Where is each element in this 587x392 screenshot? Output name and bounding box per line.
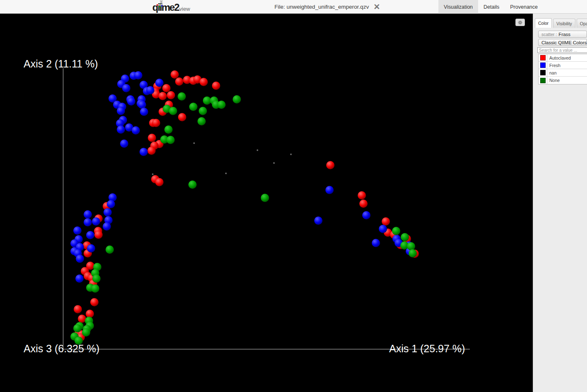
scatter-point-autoclaved[interactable] (359, 200, 368, 208)
scatter-point-none[interactable] (82, 328, 90, 337)
scatter-point-fresh[interactable] (103, 222, 111, 231)
scatter-point-autoclaved[interactable] (178, 113, 186, 121)
color-swatch[interactable] (540, 63, 546, 68)
scatter-point-autoclaved[interactable] (152, 119, 160, 127)
scatter-point-none[interactable] (233, 95, 241, 103)
scatter-point-nan[interactable] (225, 173, 227, 174)
scatter-point-none[interactable] (189, 103, 197, 111)
header-tab-provenance[interactable]: Provenance (505, 0, 543, 14)
scatter-point-fresh[interactable] (103, 208, 112, 216)
swatch-cell (539, 69, 547, 77)
scatter-point-nan[interactable] (152, 173, 154, 175)
palette-select[interactable]: Classic QIIME Colors (538, 39, 587, 46)
scatter-point-none[interactable] (91, 284, 99, 293)
scatter-point-autoclaved[interactable] (155, 178, 164, 186)
legend-row[interactable]: None (539, 77, 587, 84)
scatter-point-none[interactable] (197, 117, 206, 125)
scatter-point-fresh[interactable] (86, 231, 94, 239)
scatter-point-none[interactable] (401, 233, 409, 241)
color-swatch[interactable] (540, 78, 546, 83)
scatter-point-none[interactable] (392, 227, 400, 235)
scatter-point-fresh[interactable] (107, 200, 115, 208)
scatter-point-none[interactable] (92, 274, 101, 283)
scatter-point-nan[interactable] (273, 162, 275, 164)
scatter-point-fresh[interactable] (127, 97, 135, 106)
legend-label: nan (547, 70, 557, 75)
scatter-point-autoclaved[interactable] (148, 134, 156, 142)
scatter-point-none[interactable] (164, 125, 173, 134)
scatter-point-fresh[interactable] (87, 244, 95, 253)
scatter-point-fresh[interactable] (76, 255, 84, 263)
scatter-point-none[interactable] (73, 324, 82, 332)
scatter-point-fresh[interactable] (92, 217, 100, 226)
file-tab: File: unweighted_unifrac_emperor.qzv ✕ (274, 0, 380, 14)
scatter-point-autoclaved[interactable] (159, 92, 167, 100)
legend-label: Autoclaved (547, 55, 571, 60)
scatter-point-fresh[interactable] (132, 126, 140, 135)
scatter-point-autoclaved[interactable] (94, 231, 103, 239)
scatter-point-autoclaved[interactable] (147, 147, 156, 155)
settings-tabs: ColorVisibilityOpacityScale (535, 18, 587, 28)
scatter-point-fresh[interactable] (73, 226, 82, 235)
header-tab-details[interactable]: Details (478, 0, 505, 14)
legend-row[interactable]: Fresh (539, 62, 587, 69)
scatter-point-fresh[interactable] (84, 210, 92, 219)
settings-tab-color[interactable]: Color (535, 18, 552, 28)
scatter-point-none[interactable] (199, 107, 207, 115)
scatter-point-fresh[interactable] (325, 186, 334, 194)
scatter-point-autoclaved[interactable] (74, 305, 82, 313)
color-swatch[interactable] (540, 55, 546, 60)
scatter-point-none[interactable] (409, 249, 417, 257)
scatter-point-nan[interactable] (193, 142, 195, 144)
scatter-point-none[interactable] (217, 101, 226, 109)
scatter-point-fresh[interactable] (372, 239, 380, 247)
axis-2-line (63, 68, 63, 349)
scatter-point-fresh[interactable] (362, 211, 370, 219)
search-input[interactable] (537, 47, 587, 53)
close-file-icon[interactable]: ✕ (373, 3, 380, 11)
scatter-point-fresh[interactable] (75, 274, 84, 283)
legend-row[interactable]: Autoclaved (539, 54, 587, 62)
logo-green-dot-icon (159, 6, 161, 7)
scatter-point-autoclaved[interactable] (382, 217, 390, 226)
scatter-point-fresh[interactable] (155, 79, 164, 87)
header-tab-visualization[interactable]: Visualization (438, 0, 478, 14)
scatter-point-fresh[interactable] (379, 225, 387, 233)
scatter-point-none[interactable] (106, 245, 114, 254)
scatter-point-autoclaved[interactable] (212, 82, 220, 90)
scatter-point-autoclaved[interactable] (175, 77, 183, 86)
scatter-point-autoclaved[interactable] (326, 161, 334, 169)
scatter-point-autoclaved[interactable] (167, 91, 175, 99)
scatter-point-fresh[interactable] (122, 84, 130, 92)
plot-settings-button[interactable] (515, 19, 525, 26)
scatter-point-fresh[interactable] (134, 71, 142, 79)
scatter-point-fresh[interactable] (146, 86, 154, 94)
settings-tab-opacity[interactable]: Opacity (577, 19, 587, 28)
scatter-point-autoclaved[interactable] (90, 298, 99, 306)
scatter-point-none[interactable] (178, 92, 186, 101)
settings-tab-visibility[interactable]: Visibility (553, 19, 575, 28)
scatter-point-none[interactable] (166, 136, 175, 144)
color-swatch[interactable] (540, 70, 546, 75)
scatter-point-autoclaved[interactable] (358, 191, 366, 200)
qiime2view-logo[interactable]: qiime2view (152, 0, 190, 14)
scatter-point-fresh[interactable] (117, 125, 125, 134)
pcoa-plot[interactable]: Axis 2 (11.11 %) Axis 3 (6.325 %) Axis 1… (0, 14, 533, 392)
file-tab-label: File: unweighted_unifrac_emperor.qzv (274, 4, 369, 10)
scatter-point-nan[interactable] (257, 149, 258, 151)
scatter-point-fresh[interactable] (84, 218, 92, 226)
scatter-point-nan[interactable] (290, 154, 292, 155)
legend-row[interactable]: nan (539, 69, 587, 77)
scatter-point-fresh[interactable] (117, 107, 125, 115)
color-legend: AutoclavedFreshnanNone (538, 54, 587, 84)
scatter-point-fresh[interactable] (140, 108, 148, 116)
scatter-point-autoclaved[interactable] (200, 78, 208, 86)
scatter-point-fresh[interactable] (120, 139, 128, 148)
scatter-point-none[interactable] (261, 194, 269, 202)
category-select[interactable]: scatter : Frass (538, 31, 587, 38)
scatter-point-fresh[interactable] (140, 148, 148, 156)
scatter-point-fresh[interactable] (314, 216, 322, 225)
settings-panel: ColorVisibilityOpacityScale scatter : Fr… (533, 14, 587, 392)
scatter-point-none[interactable] (188, 180, 197, 189)
scatter-point-none[interactable] (169, 107, 177, 115)
